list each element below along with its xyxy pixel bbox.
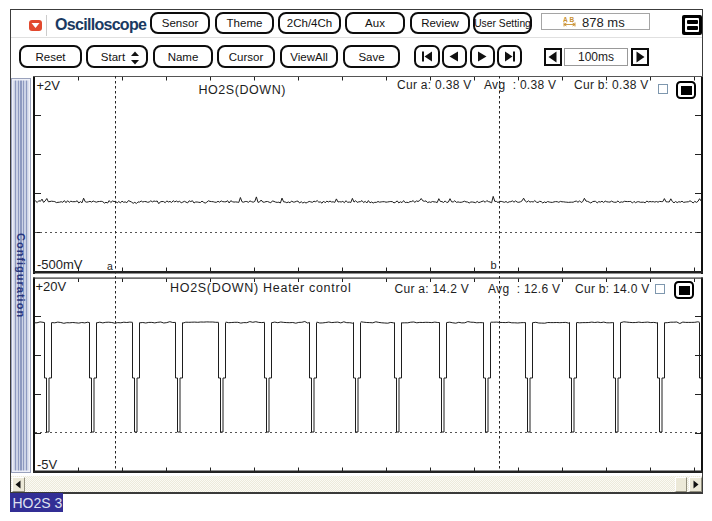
svg-text:B: B [570, 16, 575, 23]
svg-text:A: A [563, 16, 568, 23]
